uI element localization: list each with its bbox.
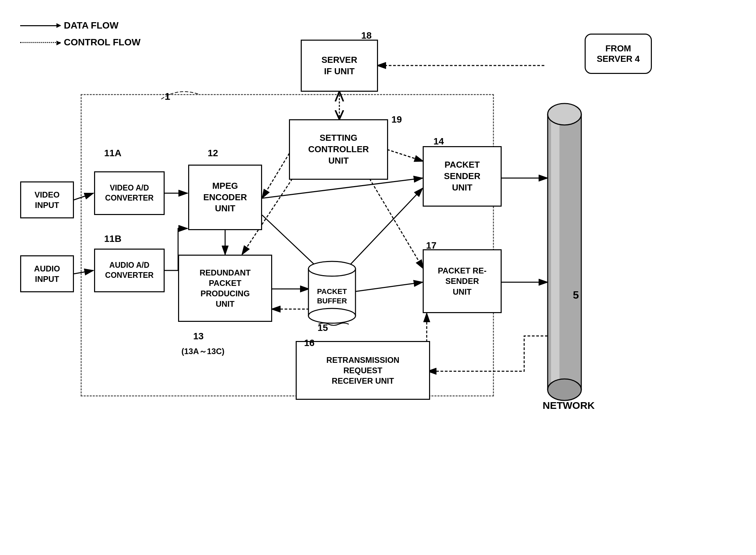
label-16: 16: [304, 338, 314, 348]
svg-point-29: [548, 379, 581, 400]
label-1: 1: [165, 91, 170, 102]
svg-point-22: [308, 261, 355, 276]
label-14: 14: [433, 136, 444, 147]
svg-text:BUFFER: BUFFER: [317, 297, 347, 305]
retransmission-box: RETRANSMISSIONREQUESTRECEIVER UNIT: [296, 341, 430, 400]
redundant-packet-label: REDUNDANTPACKETPRODUCINGUNIT: [200, 267, 251, 309]
audio-input-box: AUDIOINPUT: [20, 255, 74, 292]
packet-buffer-svg: PACKET BUFFER: [305, 259, 359, 326]
label-12: 12: [208, 148, 218, 159]
packet-buffer: PACKET BUFFER: [305, 259, 359, 327]
svg-point-23: [308, 308, 355, 323]
video-ad-label: VIDEO A/DCONVERTER: [105, 183, 154, 203]
label-13abc: (13A～13C): [181, 346, 224, 357]
network-label: NETWORK: [543, 400, 595, 411]
video-input-label: VIDEOINPUT: [35, 189, 60, 210]
svg-text:PACKET: PACKET: [317, 287, 347, 296]
audio-ad-label: AUDIO A/DCONVERTER: [105, 260, 154, 281]
video-input-box: VIDEOINPUT: [20, 181, 74, 218]
packet-resender-box: PACKET RE-SENDERUNIT: [423, 249, 502, 313]
label-15: 15: [318, 323, 328, 333]
control-flow-line: [20, 42, 60, 43]
data-flow-label: DATA FLOW: [64, 20, 119, 31]
from-server-bubble: FROM SERVER 4: [585, 34, 652, 74]
from-server-label: FROM SERVER 4: [589, 43, 647, 64]
packet-sender-label: PACKETSENDERUNIT: [444, 159, 480, 193]
label-11b: 11B: [104, 233, 121, 244]
label-19: 19: [391, 114, 402, 125]
setting-controller-box: SETTINGCONTROLLERUNIT: [289, 119, 388, 180]
svg-point-28: [548, 103, 581, 125]
legend: DATA FLOW CONTROL FLOW: [20, 20, 140, 54]
network-cylinder: [544, 101, 585, 404]
server-if-box: SERVERIF UNIT: [301, 40, 378, 92]
video-ad-box: VIDEO A/DCONVERTER: [94, 171, 165, 215]
control-flow-legend: CONTROL FLOW: [20, 37, 140, 48]
control-flow-label: CONTROL FLOW: [64, 37, 140, 48]
data-flow-legend: DATA FLOW: [20, 20, 140, 31]
label-5: 5: [573, 289, 579, 301]
label-17: 17: [426, 240, 436, 251]
data-flow-line: [20, 25, 60, 26]
retransmission-label: RETRANSMISSIONREQUESTRECEIVER UNIT: [326, 355, 399, 386]
mpeg-encoder-label: MPEGENCODERUNIT: [203, 180, 247, 214]
label-11a: 11A: [104, 148, 121, 159]
server-if-label: SERVERIF UNIT: [322, 54, 357, 77]
packet-resender-label: PACKET RE-SENDERUNIT: [438, 265, 487, 297]
packet-sender-box: PACKETSENDERUNIT: [423, 146, 502, 207]
audio-ad-box: AUDIO A/DCONVERTER: [94, 249, 165, 292]
mpeg-encoder-box: MPEGENCODERUNIT: [188, 165, 262, 230]
label-13: 13: [193, 331, 204, 342]
audio-input-label: AUDIOINPUT: [34, 263, 60, 284]
label-18: 18: [361, 30, 372, 41]
svg-rect-27: [551, 114, 559, 390]
setting-controller-label: SETTINGCONTROLLERUNIT: [308, 132, 369, 166]
redundant-packet-box: REDUNDANTPACKETPRODUCINGUNIT: [178, 255, 272, 322]
network-svg: [544, 101, 585, 403]
diagram: DATA FLOW CONTROL FLOW: [0, 0, 756, 555]
